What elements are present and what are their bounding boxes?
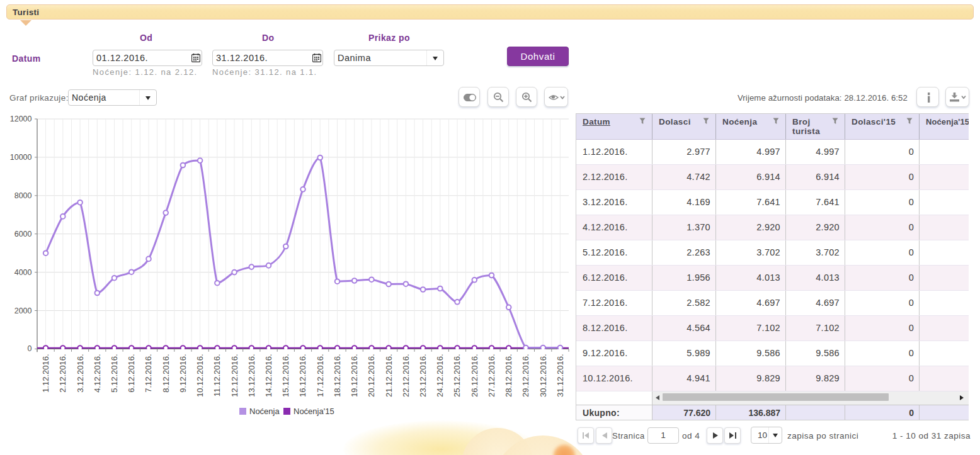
svg-text:26.12.2016.: 26.12.2016. (470, 354, 479, 397)
svg-text:15.12.2016.: 15.12.2016. (281, 354, 290, 397)
svg-text:10000: 10000 (10, 153, 32, 162)
svg-text:23.12.2016.: 23.12.2016. (418, 354, 428, 397)
svg-text:28.12.2016.: 28.12.2016. (504, 354, 513, 397)
svg-text:14.12.2016.: 14.12.2016. (264, 354, 273, 397)
svg-text:19.12.2016.: 19.12.2016. (350, 354, 359, 397)
svg-text:3.12.2016.: 3.12.2016. (76, 354, 85, 392)
svg-text:6000: 6000 (14, 230, 32, 239)
svg-text:8000: 8000 (14, 191, 32, 200)
svg-text:21.12.2016.: 21.12.2016. (384, 354, 394, 397)
svg-text:25.12.2016.: 25.12.2016. (453, 354, 462, 397)
svg-text:20.12.2016.: 20.12.2016. (367, 354, 376, 397)
svg-text:4.12.2016.: 4.12.2016. (93, 354, 102, 392)
svg-text:5.12.2016.: 5.12.2016. (110, 354, 119, 392)
svg-text:30.12.2016.: 30.12.2016. (538, 354, 548, 397)
svg-text:0: 0 (28, 344, 32, 353)
svg-text:7.12.2016.: 7.12.2016. (144, 354, 154, 392)
svg-text:Noćenja'15: Noćenja'15 (293, 407, 334, 416)
svg-text:9.12.2016.: 9.12.2016. (178, 354, 188, 392)
svg-text:2000: 2000 (14, 306, 32, 315)
svg-text:8.12.2016.: 8.12.2016. (161, 354, 171, 392)
svg-text:29.12.2016.: 29.12.2016. (521, 354, 530, 397)
svg-text:16.12.2016.: 16.12.2016. (299, 354, 308, 397)
svg-text:31.12.2016.: 31.12.2016. (556, 354, 565, 397)
svg-text:6.12.2016.: 6.12.2016. (127, 354, 136, 392)
svg-text:10.12.2016.: 10.12.2016. (195, 354, 205, 397)
svg-text:18.12.2016.: 18.12.2016. (333, 354, 342, 397)
svg-text:2.12.2016.: 2.12.2016. (58, 354, 67, 392)
svg-text:12.12.2016.: 12.12.2016. (230, 354, 239, 397)
svg-text:24.12.2016.: 24.12.2016. (435, 354, 445, 397)
svg-text:Noćenja: Noćenja (249, 407, 280, 416)
svg-text:22.12.2016.: 22.12.2016. (401, 354, 411, 397)
svg-text:17.12.2016.: 17.12.2016. (316, 354, 325, 397)
svg-text:27.12.2016.: 27.12.2016. (487, 354, 496, 397)
svg-text:1.12.2016.: 1.12.2016. (41, 354, 50, 392)
svg-text:4000: 4000 (14, 268, 32, 277)
svg-text:11.12.2016.: 11.12.2016. (212, 354, 222, 396)
svg-text:13.12.2016.: 13.12.2016. (247, 354, 256, 397)
svg-text:12000: 12000 (10, 115, 32, 123)
